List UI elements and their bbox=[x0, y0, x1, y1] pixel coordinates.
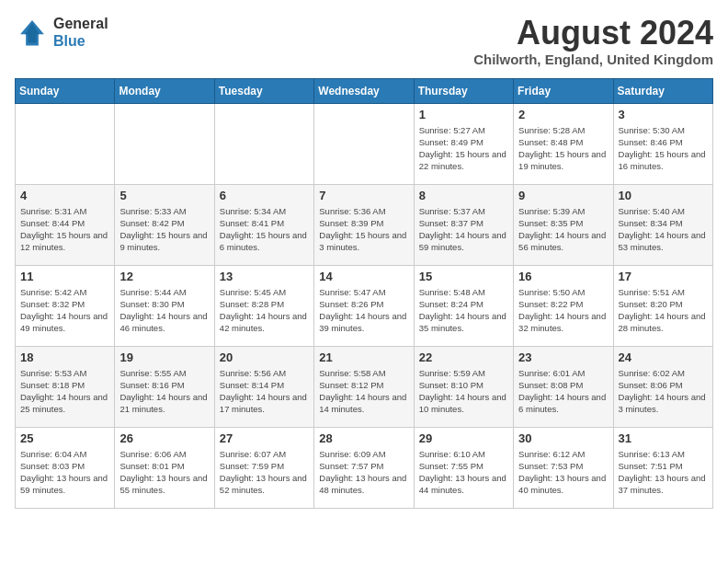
col-header-monday: Monday bbox=[115, 78, 214, 103]
day-number: 22 bbox=[419, 350, 508, 364]
day-info: Sunrise: 5:59 AM Sunset: 8:10 PM Dayligh… bbox=[419, 367, 508, 416]
day-cell: 31Sunrise: 6:13 AM Sunset: 7:51 PM Dayli… bbox=[613, 427, 712, 508]
day-number: 18 bbox=[20, 350, 109, 364]
day-number: 27 bbox=[220, 431, 309, 445]
day-number: 2 bbox=[518, 108, 608, 121]
week-row-5: 25Sunrise: 6:04 AM Sunset: 8:03 PM Dayli… bbox=[16, 427, 713, 508]
day-number: 16 bbox=[518, 270, 608, 283]
day-info: Sunrise: 5:58 AM Sunset: 8:12 PM Dayligh… bbox=[319, 367, 408, 416]
col-header-tuesday: Tuesday bbox=[214, 78, 313, 103]
day-cell: 1Sunrise: 5:27 AM Sunset: 8:49 PM Daylig… bbox=[414, 103, 513, 184]
day-cell: 25Sunrise: 6:04 AM Sunset: 8:03 PM Dayli… bbox=[16, 427, 115, 508]
day-cell: 21Sunrise: 5:58 AM Sunset: 8:12 PM Dayli… bbox=[314, 346, 414, 427]
day-cell: 15Sunrise: 5:48 AM Sunset: 8:24 PM Dayli… bbox=[414, 265, 513, 346]
week-row-4: 18Sunrise: 5:53 AM Sunset: 8:18 PM Dayli… bbox=[16, 346, 713, 427]
day-cell: 28Sunrise: 6:09 AM Sunset: 7:57 PM Dayli… bbox=[314, 427, 414, 508]
day-cell: 18Sunrise: 5:53 AM Sunset: 8:18 PM Dayli… bbox=[16, 346, 115, 427]
day-cell: 17Sunrise: 5:51 AM Sunset: 8:20 PM Dayli… bbox=[613, 265, 712, 346]
day-info: Sunrise: 6:12 AM Sunset: 7:53 PM Dayligh… bbox=[518, 448, 608, 497]
day-info: Sunrise: 6:01 AM Sunset: 8:08 PM Dayligh… bbox=[518, 367, 608, 416]
day-number: 1 bbox=[419, 108, 508, 121]
col-header-sunday: Sunday bbox=[16, 78, 115, 103]
day-number: 9 bbox=[518, 189, 608, 202]
day-number: 28 bbox=[319, 431, 408, 445]
day-info: Sunrise: 5:44 AM Sunset: 8:30 PM Dayligh… bbox=[119, 286, 209, 335]
day-info: Sunrise: 5:56 AM Sunset: 8:14 PM Dayligh… bbox=[220, 367, 309, 416]
day-cell: 4Sunrise: 5:31 AM Sunset: 8:44 PM Daylig… bbox=[16, 184, 115, 265]
day-info: Sunrise: 5:37 AM Sunset: 8:37 PM Dayligh… bbox=[419, 205, 508, 254]
day-cell bbox=[314, 103, 414, 184]
calendar-body: 1Sunrise: 5:27 AM Sunset: 8:49 PM Daylig… bbox=[16, 103, 713, 508]
day-number: 26 bbox=[119, 431, 209, 445]
page-header: General Blue August 2024 Chilworth, Engl… bbox=[15, 15, 713, 67]
day-cell: 14Sunrise: 5:47 AM Sunset: 8:26 PM Dayli… bbox=[314, 265, 414, 346]
day-number: 21 bbox=[319, 350, 408, 364]
day-number: 19 bbox=[119, 350, 209, 364]
day-number: 4 bbox=[20, 189, 109, 202]
day-info: Sunrise: 5:55 AM Sunset: 8:16 PM Dayligh… bbox=[119, 367, 209, 416]
day-cell: 10Sunrise: 5:40 AM Sunset: 8:34 PM Dayli… bbox=[613, 184, 712, 265]
day-info: Sunrise: 6:02 AM Sunset: 8:06 PM Dayligh… bbox=[619, 367, 708, 416]
day-number: 6 bbox=[220, 189, 309, 202]
week-row-1: 1Sunrise: 5:27 AM Sunset: 8:49 PM Daylig… bbox=[16, 103, 713, 184]
day-cell: 27Sunrise: 6:07 AM Sunset: 7:59 PM Dayli… bbox=[214, 427, 313, 508]
day-number: 10 bbox=[619, 189, 708, 202]
day-cell: 8Sunrise: 5:37 AM Sunset: 8:37 PM Daylig… bbox=[414, 184, 513, 265]
day-cell: 13Sunrise: 5:45 AM Sunset: 8:28 PM Dayli… bbox=[214, 265, 313, 346]
col-header-friday: Friday bbox=[514, 78, 613, 103]
day-info: Sunrise: 5:39 AM Sunset: 8:35 PM Dayligh… bbox=[518, 205, 608, 254]
day-cell: 19Sunrise: 5:55 AM Sunset: 8:16 PM Dayli… bbox=[115, 346, 214, 427]
day-number: 15 bbox=[419, 270, 508, 283]
day-number: 17 bbox=[619, 270, 708, 283]
location: Chilworth, England, United Kingdom bbox=[473, 52, 713, 67]
calendar-header-row: SundayMondayTuesdayWednesdayThursdayFrid… bbox=[16, 78, 713, 103]
day-info: Sunrise: 6:07 AM Sunset: 7:59 PM Dayligh… bbox=[220, 448, 309, 497]
day-info: Sunrise: 5:36 AM Sunset: 8:39 PM Dayligh… bbox=[319, 205, 408, 254]
col-header-saturday: Saturday bbox=[613, 78, 712, 103]
day-info: Sunrise: 5:27 AM Sunset: 8:49 PM Dayligh… bbox=[419, 124, 508, 173]
day-info: Sunrise: 5:33 AM Sunset: 8:42 PM Dayligh… bbox=[119, 205, 209, 254]
day-cell: 22Sunrise: 5:59 AM Sunset: 8:10 PM Dayli… bbox=[414, 346, 513, 427]
day-number: 13 bbox=[220, 270, 309, 283]
day-number: 7 bbox=[319, 189, 408, 202]
col-header-wednesday: Wednesday bbox=[314, 78, 414, 103]
day-number: 24 bbox=[619, 350, 708, 364]
day-cell: 29Sunrise: 6:10 AM Sunset: 7:55 PM Dayli… bbox=[414, 427, 513, 508]
day-cell: 23Sunrise: 6:01 AM Sunset: 8:08 PM Dayli… bbox=[514, 346, 613, 427]
day-info: Sunrise: 5:31 AM Sunset: 8:44 PM Dayligh… bbox=[20, 205, 109, 254]
day-cell: 16Sunrise: 5:50 AM Sunset: 8:22 PM Dayli… bbox=[514, 265, 613, 346]
day-cell: 26Sunrise: 6:06 AM Sunset: 8:01 PM Dayli… bbox=[115, 427, 214, 508]
day-info: Sunrise: 6:09 AM Sunset: 7:57 PM Dayligh… bbox=[319, 448, 408, 497]
day-cell: 11Sunrise: 5:42 AM Sunset: 8:32 PM Dayli… bbox=[16, 265, 115, 346]
day-number: 12 bbox=[119, 270, 209, 283]
day-info: Sunrise: 5:48 AM Sunset: 8:24 PM Dayligh… bbox=[419, 286, 508, 335]
day-info: Sunrise: 6:10 AM Sunset: 7:55 PM Dayligh… bbox=[419, 448, 508, 497]
day-info: Sunrise: 5:45 AM Sunset: 8:28 PM Dayligh… bbox=[220, 286, 309, 335]
day-info: Sunrise: 5:51 AM Sunset: 8:20 PM Dayligh… bbox=[619, 286, 708, 335]
day-number: 23 bbox=[518, 350, 608, 364]
day-number: 29 bbox=[419, 431, 508, 445]
day-cell: 20Sunrise: 5:56 AM Sunset: 8:14 PM Dayli… bbox=[214, 346, 313, 427]
title-block: August 2024 Chilworth, England, United K… bbox=[473, 15, 713, 67]
day-cell: 7Sunrise: 5:36 AM Sunset: 8:39 PM Daylig… bbox=[314, 184, 414, 265]
day-cell bbox=[115, 103, 214, 184]
day-number: 20 bbox=[220, 350, 309, 364]
logo-svg bbox=[15, 15, 50, 50]
day-cell bbox=[214, 103, 313, 184]
month-year: August 2024 bbox=[473, 15, 713, 52]
day-info: Sunrise: 5:50 AM Sunset: 8:22 PM Dayligh… bbox=[518, 286, 608, 335]
week-row-3: 11Sunrise: 5:42 AM Sunset: 8:32 PM Dayli… bbox=[16, 265, 713, 346]
day-cell: 9Sunrise: 5:39 AM Sunset: 8:35 PM Daylig… bbox=[514, 184, 613, 265]
day-info: Sunrise: 5:53 AM Sunset: 8:18 PM Dayligh… bbox=[20, 367, 109, 416]
day-cell: 30Sunrise: 6:12 AM Sunset: 7:53 PM Dayli… bbox=[514, 427, 613, 508]
day-info: Sunrise: 5:30 AM Sunset: 8:46 PM Dayligh… bbox=[619, 124, 708, 173]
day-number: 8 bbox=[419, 189, 508, 202]
day-cell bbox=[16, 103, 115, 184]
day-cell: 3Sunrise: 5:30 AM Sunset: 8:46 PM Daylig… bbox=[613, 103, 712, 184]
day-info: Sunrise: 6:06 AM Sunset: 8:01 PM Dayligh… bbox=[119, 448, 209, 497]
col-header-thursday: Thursday bbox=[414, 78, 513, 103]
day-cell: 12Sunrise: 5:44 AM Sunset: 8:30 PM Dayli… bbox=[115, 265, 214, 346]
calendar-table: SundayMondayTuesdayWednesdayThursdayFrid… bbox=[15, 78, 713, 509]
day-info: Sunrise: 6:04 AM Sunset: 8:03 PM Dayligh… bbox=[20, 448, 109, 497]
day-number: 30 bbox=[518, 431, 608, 445]
